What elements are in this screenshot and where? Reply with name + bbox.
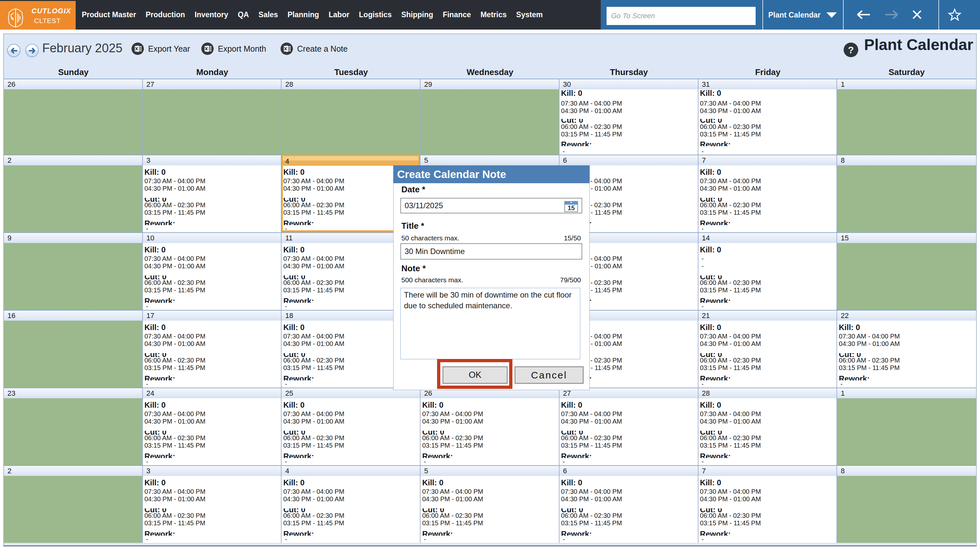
svg-text:15: 15 [568, 204, 575, 211]
